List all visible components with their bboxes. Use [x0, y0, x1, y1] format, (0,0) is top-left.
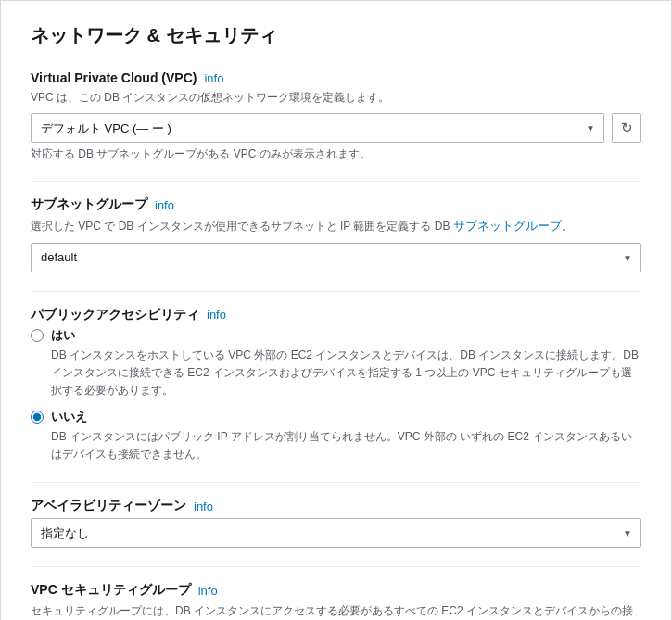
vpc-section: Virtual Private Cloud (VPC) info VPC は、こ…: [31, 70, 641, 162]
subnet-desc-start: 選択した VPC で DB インスタンスが使用できるサブネットと IP 範囲を定…: [31, 220, 453, 233]
public-access-no-item: いいえ DB インスタンスにはパブリック IP アドレスが割り当てられません。V…: [31, 409, 641, 463]
main-container: ネットワーク & セキュリティ Virtual Private Cloud (V…: [0, 0, 672, 620]
sg-header: VPC セキュリティグループ info: [31, 582, 641, 599]
divider-1: [31, 181, 641, 182]
sg-info-link[interactable]: info: [198, 584, 218, 598]
sg-label: VPC セキュリティグループ: [31, 582, 191, 599]
subnet-section: サブネットグループ info 選択した VPC で DB インスタンスが使用でき…: [31, 196, 641, 272]
public-access-yes-label[interactable]: はい: [51, 328, 75, 342]
page-title: ネットワーク & セキュリティ: [31, 23, 641, 48]
vpc-header: Virtual Private Cloud (VPC) info: [31, 70, 641, 85]
subnet-label: サブネットグループ: [31, 196, 147, 213]
public-access-section: パブリックアクセシビリティ info はい DB インスタンスをホストしている …: [31, 307, 641, 464]
public-access-yes-radio[interactable]: [31, 329, 44, 342]
vpc-description: VPC は、この DB インスタンスの仮想ネットワーク環境を定義します。: [31, 89, 641, 106]
subnet-header: サブネットグループ info: [31, 196, 641, 213]
vpc-select-wrapper: デフォルト VPC (— ー ) ▼: [31, 113, 604, 143]
vpc-hint: 対応する DB サブネットグループがある VPC のみが表示されます。: [31, 146, 641, 162]
sg-description: セキュリティグループには、DB インスタンスにアクセスする必要があるすべての E…: [31, 602, 641, 620]
subnet-desc-end: 。: [562, 220, 573, 233]
subnet-select-wrapper: default ▼: [31, 243, 641, 272]
divider-2: [31, 291, 641, 292]
public-access-no-radio[interactable]: [31, 411, 44, 424]
public-access-info-link[interactable]: info: [207, 308, 226, 322]
public-access-yes-desc: DB インスタンスをホストしている VPC 外部の EC2 インスタンスとデバイ…: [51, 347, 641, 400]
subnet-description: 選択した VPC で DB インスタンスが使用できるサブネットと IP 範囲を定…: [31, 217, 641, 235]
public-access-yes-item: はい DB インスタンスをホストしている VPC 外部の EC2 インスタンスと…: [31, 327, 641, 400]
public-access-no-content: いいえ DB インスタンスにはパブリック IP アドレスが割り当てられません。V…: [51, 409, 641, 463]
vpc-info-link[interactable]: info: [204, 71, 223, 85]
az-label: アベイラビリティーゾーン: [31, 498, 186, 514]
az-header: アベイラビリティーゾーン info: [31, 498, 641, 514]
subnet-select[interactable]: default: [31, 243, 641, 272]
public-access-header: パブリックアクセシビリティ info: [31, 307, 641, 323]
public-access-radio-group: はい DB インスタンスをホストしている VPC 外部の EC2 インスタンスと…: [31, 327, 641, 464]
az-select[interactable]: 指定なし: [31, 518, 641, 548]
az-info-link[interactable]: info: [194, 500, 213, 513]
vpc-refresh-button[interactable]: ↻: [612, 113, 641, 143]
vpc-label: Virtual Private Cloud (VPC): [31, 70, 197, 85]
divider-4: [31, 566, 641, 567]
az-select-wrapper: 指定なし ▼: [31, 518, 641, 548]
divider-3: [31, 482, 641, 483]
vpc-select[interactable]: デフォルト VPC (— ー ): [31, 113, 604, 143]
az-section: アベイラビリティーゾーン info 指定なし ▼: [31, 498, 641, 548]
sg-section: VPC セキュリティグループ info セキュリティグループには、DB インスタ…: [31, 582, 641, 620]
public-access-label: パブリックアクセシビリティ: [31, 307, 199, 323]
vpc-select-row: デフォルト VPC (— ー ) ▼ ↻: [31, 113, 641, 143]
public-access-no-desc: DB インスタンスにはパブリック IP アドレスが割り当てられません。VPC 外…: [51, 428, 641, 463]
subnet-info-link[interactable]: info: [155, 198, 174, 212]
public-access-yes-content: はい DB インスタンスをホストしている VPC 外部の EC2 インスタンスと…: [51, 327, 641, 400]
public-access-no-label[interactable]: いいえ: [51, 410, 87, 424]
subnet-desc-link[interactable]: サブネットグループ: [453, 219, 562, 233]
